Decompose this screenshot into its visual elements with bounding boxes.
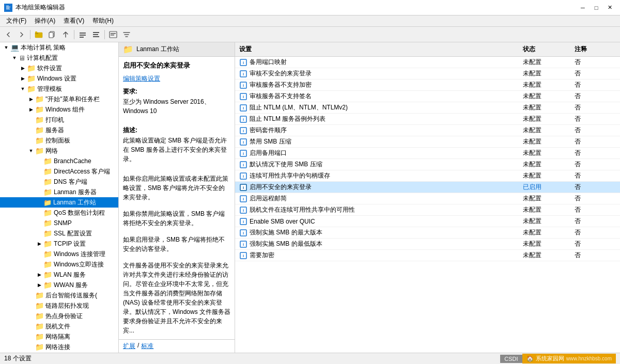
row-comment: 否 bbox=[575, 160, 616, 169]
sidebar-item-qos[interactable]: ▶ 📁 QoS 数据包计划程 bbox=[0, 208, 118, 218]
row-setting-name: 强制实施 SMB 的最低版本 bbox=[250, 240, 523, 248]
sidebar-item-lltd[interactable]: ▶ 📁 链路层拓扑发现 bbox=[0, 300, 118, 311]
row-comment: 否 bbox=[575, 115, 616, 123]
table-row[interactable]: i审核不安全的来宾登录未配置否 bbox=[235, 68, 620, 80]
prev-setting-button[interactable] bbox=[76, 28, 89, 41]
table-row[interactable]: i默认情况下使用 SMB 压缩未配置否 bbox=[235, 159, 620, 170]
table-row[interactable]: i强制实施 SMB 的最大版本未配置否 bbox=[235, 227, 620, 239]
sidebar-item-directaccess[interactable]: ▶ 📁 DirectAccess 客户端 bbox=[0, 166, 118, 177]
svg-text:i: i bbox=[243, 83, 244, 88]
table-row[interactable]: i启用远程邮简未配置否 bbox=[235, 193, 620, 204]
sidebar-label-printer: 打印机 bbox=[45, 116, 64, 124]
sidebar-item-win-conn-mgr[interactable]: ▶ 📁 Windows 连接管理 bbox=[0, 249, 118, 259]
table-row[interactable]: i禁用 SMB 压缩未配置否 bbox=[235, 136, 620, 148]
svg-rect-2 bbox=[6, 7, 10, 7]
sidebar-item-windows-settings[interactable]: ▶ 📁 Windows 设置 bbox=[0, 73, 118, 84]
row-setting-name: 启用备用端口 bbox=[250, 149, 523, 157]
sidebar-item-admin-templates[interactable]: ▼ 📁 管理模板 bbox=[0, 84, 118, 94]
table-row[interactable]: i审核服务器不支持签名未配置否 bbox=[235, 91, 620, 102]
properties-button[interactable] bbox=[107, 28, 119, 41]
sidebar-item-tcpip[interactable]: ▶ 📁 TCPIP 设置 bbox=[0, 239, 118, 249]
sidebar-item-dns[interactable]: ▶ 📁 DNS 客户端 bbox=[0, 177, 118, 187]
up-button[interactable] bbox=[59, 28, 72, 41]
table-row[interactable]: i需要加密未配置否 bbox=[235, 250, 620, 261]
copy-button[interactable] bbox=[46, 28, 58, 41]
table-row[interactable]: i备用端口映射未配置否 bbox=[235, 57, 620, 68]
menu-help[interactable]: 帮助(H) bbox=[88, 15, 118, 26]
table-row[interactable]: iEnable SMB over QUIC未配置否 bbox=[235, 216, 620, 227]
svg-rect-17 bbox=[111, 33, 116, 34]
table-row[interactable]: i阻止 NTLM (LM、NTLM、NTLMv2)未配置否 bbox=[235, 102, 620, 114]
menu-action[interactable]: 操作(A) bbox=[30, 15, 59, 26]
sidebar-item-win-components[interactable]: ▶ 📁 Windows 组件 bbox=[0, 104, 118, 115]
table-row[interactable]: i强制实施 SMB 的最低版本未配置否 bbox=[235, 239, 620, 250]
filter-button[interactable] bbox=[120, 28, 133, 41]
table-row[interactable]: i阻止 NTLM 服务器例外列表未配置否 bbox=[235, 114, 620, 125]
sidebar-item-server[interactable]: ▶ 📁 服务器 bbox=[0, 125, 118, 135]
sidebar-item-start-menu[interactable]: ▶ 📁 "开始"菜单和任务栏 bbox=[0, 94, 118, 104]
menu-file[interactable]: 文件(F) bbox=[2, 15, 30, 26]
menu-view[interactable]: 查看(V) bbox=[59, 15, 88, 26]
next-setting-button[interactable] bbox=[90, 28, 102, 41]
table-row[interactable]: i连续可用性共享中的句柄缓存未配置否 bbox=[235, 170, 620, 182]
site-url: www.hnzkhbsb.com bbox=[566, 356, 612, 361]
table-row[interactable]: i审核服务器不支持加密未配置否 bbox=[235, 80, 620, 91]
svg-text:i: i bbox=[243, 60, 244, 65]
sidebar-item-wwan[interactable]: ▶ 📁 WWAN 服务 bbox=[0, 280, 118, 290]
expand-icon-wincomp[interactable]: ▶ bbox=[27, 105, 35, 114]
sidebar-item-ncsi[interactable]: ▶ 📁 网络连接状态指示器 bbox=[0, 352, 118, 353]
expand-icon-win-settings[interactable]: ▶ bbox=[19, 74, 27, 83]
sidebar-item-offline[interactable]: ▶ 📁 脱机文件 bbox=[0, 321, 118, 331]
sidebar-item-ssl[interactable]: ▶ 📁 SSL 配置设置 bbox=[0, 228, 118, 239]
policy-desc-label: 描述: bbox=[123, 126, 230, 135]
table-row[interactable]: i启用不安全的来宾登录已启用否 bbox=[235, 182, 620, 193]
open-folder-button[interactable] bbox=[33, 28, 45, 41]
settings-list: i备用端口映射未配置否i审核不安全的来宾登录未配置否i审核服务器不支持加密未配置… bbox=[235, 57, 620, 353]
maximize-button[interactable]: □ bbox=[590, 3, 602, 13]
expand-icon-root[interactable]: ▼ bbox=[2, 43, 10, 52]
row-status: 未配置 bbox=[523, 171, 575, 180]
sidebar-item-net-connection[interactable]: ▶ 📁 网络连接 bbox=[0, 342, 118, 352]
sidebar-item-lanman-workstation[interactable]: ▶ 📁 Lanman 工作站 bbox=[0, 197, 118, 208]
sidebar-item-lanman-server[interactable]: ▶ 📁 Lanman 服务器 bbox=[0, 187, 118, 197]
sidebar-item-root[interactable]: ▼ 💻 本地计算机 策略 bbox=[0, 42, 118, 53]
sidebar-item-network[interactable]: ▼ 📁 网络 bbox=[0, 146, 118, 156]
sidebar-item-hotspot[interactable]: ▶ 📁 热点身份验证 bbox=[0, 311, 118, 321]
svg-text:i: i bbox=[243, 72, 244, 76]
sidebar-item-wcs[interactable]: ▶ 📁 Windows立即连接 bbox=[0, 259, 118, 270]
panel-header-title: Lanman 工作站 bbox=[136, 45, 179, 54]
forward-button[interactable] bbox=[16, 28, 28, 41]
close-button[interactable]: ✕ bbox=[603, 3, 616, 13]
row-setting-name: 需要加密 bbox=[250, 251, 523, 260]
expand-link[interactable]: 扩展 bbox=[123, 342, 135, 351]
expand-icon-software[interactable]: ▶ bbox=[19, 64, 27, 72]
row-status: 未配置 bbox=[523, 58, 575, 67]
policy-row-icon: i bbox=[239, 251, 247, 260]
table-row[interactable]: i启用备用端口未配置否 bbox=[235, 148, 620, 159]
expand-icon-network[interactable]: ▼ bbox=[27, 147, 35, 155]
policy-row-icon: i bbox=[239, 195, 247, 203]
policy-link[interactable]: 编辑策略设置 bbox=[123, 75, 160, 82]
sidebar-item-software[interactable]: ▶ 📁 软件设置 bbox=[0, 63, 118, 73]
sidebar-item-branchcache[interactable]: ▶ 📁 BranchCache bbox=[0, 156, 118, 166]
sidebar-item-bits[interactable]: ▶ 📁 后台智能传送服务( bbox=[0, 290, 118, 300]
row-status: 未配置 bbox=[523, 103, 575, 112]
table-row[interactable]: i密码套件顺序未配置否 bbox=[235, 125, 620, 136]
sidebar-item-snmp[interactable]: ▶ 📁 SNMP bbox=[0, 218, 118, 228]
sidebar-label-directaccess: DirectAccess 客户端 bbox=[54, 167, 110, 176]
minimize-button[interactable]: ─ bbox=[577, 3, 589, 13]
expand-icon-wwan[interactable]: ▶ bbox=[35, 281, 43, 289]
table-row[interactable]: i脱机文件在连续可用性共享中的可用性未配置否 bbox=[235, 204, 620, 216]
back-button[interactable] bbox=[2, 28, 14, 41]
sidebar-item-wlan[interactable]: ▶ 📁 WLAN 服务 bbox=[0, 270, 118, 280]
sidebar-item-printer[interactable]: ▶ 📁 打印机 bbox=[0, 115, 118, 125]
expand-icon-admin[interactable]: ▼ bbox=[19, 85, 27, 93]
expand-icon-tcpip[interactable]: ▶ bbox=[35, 240, 43, 248]
standard-link[interactable]: 标准 bbox=[141, 342, 153, 351]
sidebar-item-control-panel[interactable]: ▶ 📁 控制面板 bbox=[0, 135, 118, 146]
expand-icon-start[interactable]: ▶ bbox=[27, 95, 35, 103]
sidebar-item-isolation[interactable]: ▶ 📁 网络隔离 bbox=[0, 331, 118, 342]
expand-icon-computer[interactable]: ▼ bbox=[10, 54, 19, 62]
expand-icon-wlan[interactable]: ▶ bbox=[35, 271, 43, 279]
sidebar-item-computer-config[interactable]: ▼ 🖥 计算机配置 bbox=[0, 53, 118, 63]
